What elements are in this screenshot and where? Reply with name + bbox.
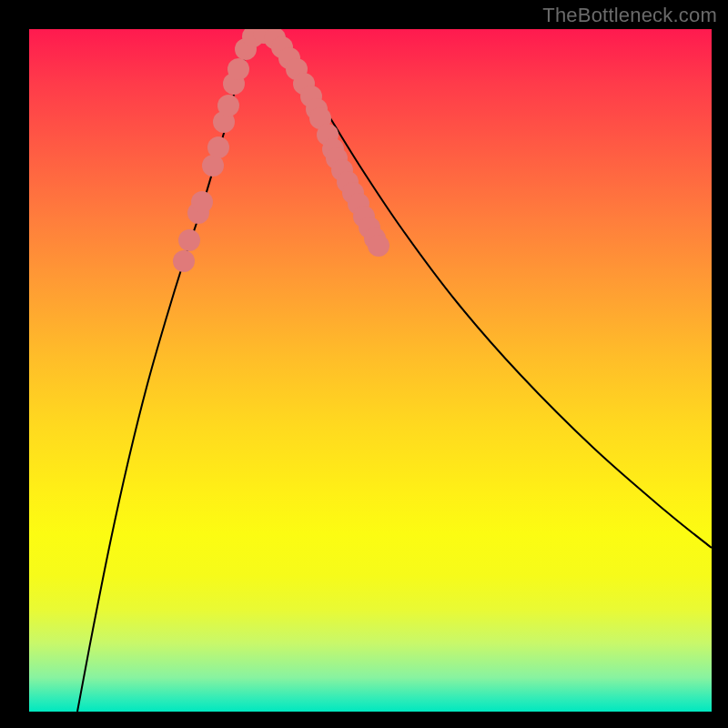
marker-dot [217, 95, 239, 116]
chart-frame: TheBottleneck.com [0, 0, 728, 728]
marker-dot [191, 191, 213, 213]
marker-dot [368, 235, 389, 257]
marker-dot [207, 136, 229, 158]
marker-dot [178, 229, 200, 251]
curve-bottleneck-curve [77, 33, 712, 712]
chart-svg [29, 29, 712, 712]
marker-dot [173, 250, 195, 272]
marker-dot [228, 58, 249, 80]
watermark-text: TheBottleneck.com [542, 4, 717, 27]
plot-area [29, 29, 712, 712]
